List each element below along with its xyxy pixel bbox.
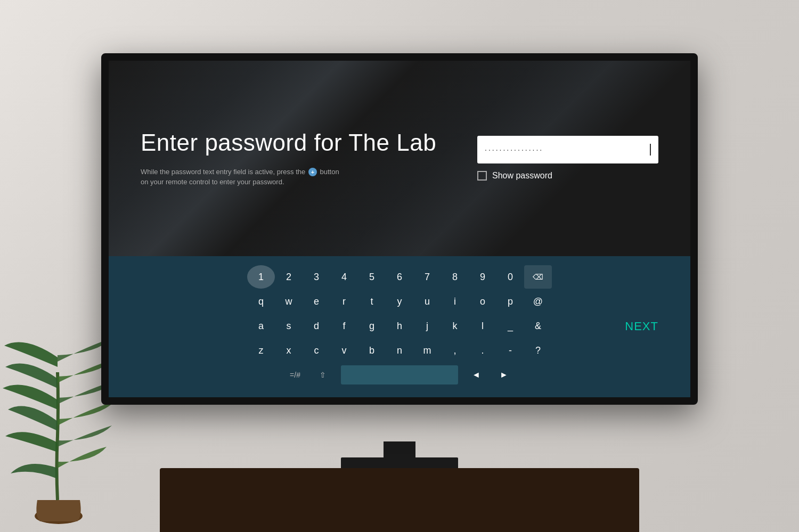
key-comma[interactable]: , <box>441 339 469 362</box>
key-7[interactable]: 7 <box>413 265 441 289</box>
key-2[interactable]: 2 <box>275 265 303 289</box>
left-panel: Enter password for The Lab While the pas… <box>141 129 477 187</box>
text-cursor <box>650 144 651 155</box>
key-period[interactable]: . <box>469 339 496 362</box>
key-u[interactable]: u <box>413 290 441 313</box>
key-p[interactable]: p <box>496 290 524 313</box>
key-right-arrow[interactable]: ► <box>490 363 518 387</box>
key-j[interactable]: j <box>413 314 441 338</box>
key-question[interactable]: ? <box>524 339 552 362</box>
table <box>160 468 639 532</box>
key-symbols[interactable]: =/# <box>281 363 309 387</box>
key-e[interactable]: e <box>303 290 330 313</box>
key-q[interactable]: q <box>247 290 275 313</box>
key-t[interactable]: t <box>358 290 386 313</box>
key-s[interactable]: s <box>275 314 303 338</box>
keyboard-row-zxcv: z x c v b n m , . - ? <box>213 339 586 362</box>
key-space[interactable] <box>341 365 458 384</box>
key-d[interactable]: d <box>303 314 330 338</box>
keyboard-row-numbers: 1 2 3 4 5 6 7 8 9 0 ⌫ <box>213 265 586 289</box>
key-i[interactable]: i <box>441 290 469 313</box>
key-f[interactable]: f <box>330 314 358 338</box>
key-backspace[interactable]: ⌫ <box>524 265 552 289</box>
key-r[interactable]: r <box>330 290 358 313</box>
keyboard-row-special: =/# ⇧ ◄ ► <box>213 363 586 387</box>
key-b[interactable]: b <box>358 339 386 362</box>
key-ampersand[interactable]: & <box>524 314 552 338</box>
screen-top-section: Enter password for The Lab While the pas… <box>109 61 690 256</box>
show-password-checkbox[interactable] <box>477 171 487 181</box>
key-9[interactable]: 9 <box>469 265 496 289</box>
key-0[interactable]: 0 <box>496 265 524 289</box>
key-l[interactable]: l <box>469 314 496 338</box>
key-o[interactable]: o <box>469 290 496 313</box>
show-password-label: Show password <box>492 171 552 181</box>
key-c[interactable]: c <box>303 339 330 362</box>
key-a[interactable]: a <box>247 314 275 338</box>
key-8[interactable]: 8 <box>441 265 469 289</box>
key-w[interactable]: w <box>275 290 303 313</box>
plant-decoration <box>0 212 117 532</box>
key-k[interactable]: k <box>441 314 469 338</box>
hint-prefix: While the password text entry field is a… <box>141 168 307 176</box>
key-1[interactable]: 1 <box>247 265 275 289</box>
key-underscore[interactable]: _ <box>496 314 524 338</box>
key-shift[interactable]: ⇧ <box>309 363 337 387</box>
key-z[interactable]: z <box>247 339 275 362</box>
key-dash[interactable]: - <box>496 339 524 362</box>
hint-button-icon: + <box>308 168 317 176</box>
tv-screen: Enter password for The Lab While the pas… <box>109 61 690 397</box>
key-x[interactable]: x <box>275 339 303 362</box>
key-y[interactable]: y <box>386 290 413 313</box>
key-6[interactable]: 6 <box>386 265 413 289</box>
page-title: Enter password for The Lab <box>141 129 477 156</box>
key-n[interactable]: n <box>386 339 413 362</box>
tv-display: Enter password for The Lab While the pas… <box>101 53 698 405</box>
key-5[interactable]: 5 <box>358 265 386 289</box>
key-h[interactable]: h <box>386 314 413 338</box>
key-v[interactable]: v <box>330 339 358 362</box>
key-at[interactable]: @ <box>524 290 552 313</box>
hint-text: While the password text entry field is a… <box>141 167 343 187</box>
password-dots: ················ <box>485 145 650 154</box>
next-button[interactable]: NEXT <box>625 320 658 333</box>
key-m[interactable]: m <box>413 339 441 362</box>
keyboard-row-qwerty: q w e r t y u i o p @ <box>213 290 586 313</box>
key-left-arrow[interactable]: ◄ <box>462 363 490 387</box>
keyboard-row-asdf: a s d f g h j k l _ & <box>213 314 586 338</box>
password-input-container[interactable]: ················ <box>477 136 658 163</box>
key-4[interactable]: 4 <box>330 265 358 289</box>
keyboard-section: 1 2 3 4 5 6 7 8 9 0 ⌫ q w e r <box>109 256 690 397</box>
right-panel: ················ Show password <box>477 136 658 181</box>
show-password-row[interactable]: Show password <box>477 171 658 181</box>
screen-content-area: Enter password for The Lab While the pas… <box>109 61 690 256</box>
key-3[interactable]: 3 <box>303 265 330 289</box>
key-g[interactable]: g <box>358 314 386 338</box>
on-screen-keyboard: 1 2 3 4 5 6 7 8 9 0 ⌫ q w e r <box>213 265 586 388</box>
